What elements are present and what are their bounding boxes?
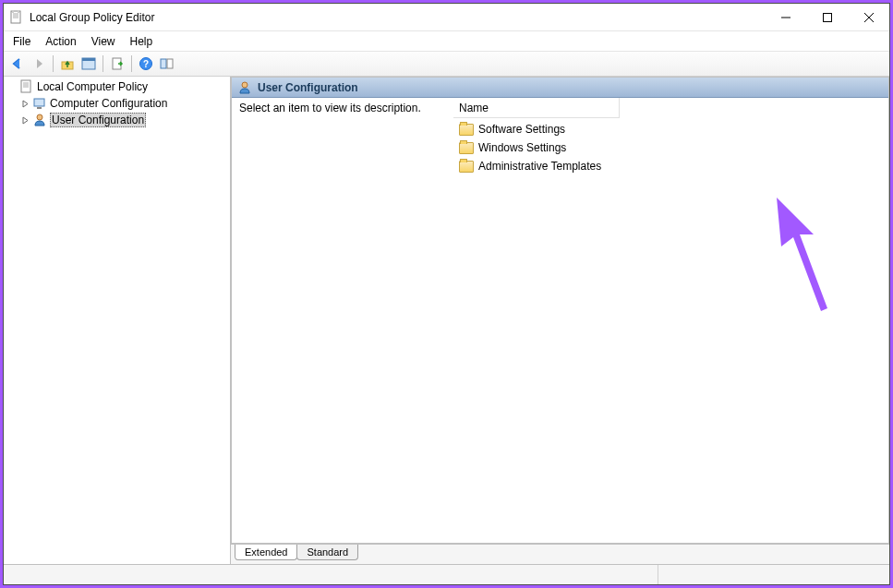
menu-file[interactable]: File <box>6 33 38 50</box>
forward-button[interactable] <box>29 54 49 74</box>
view-tabs: Extended Standard <box>231 544 889 564</box>
statusbar <box>4 564 889 584</box>
svg-rect-12 <box>82 58 95 61</box>
menu-help[interactable]: Help <box>123 33 161 50</box>
svg-rect-23 <box>37 107 42 109</box>
up-level-button[interactable] <box>57 54 78 74</box>
content-header-title: User Configuration <box>258 81 358 94</box>
tree-item-computer-config[interactable]: Computer Configuration <box>4 95 230 112</box>
menubar: File Action View Help <box>4 31 889 52</box>
expand-icon[interactable] <box>20 115 30 125</box>
content-header: User Configuration <box>232 78 888 98</box>
content-pane: User Configuration Select an item to vie… <box>231 77 889 564</box>
show-hide-button[interactable] <box>157 54 177 74</box>
status-cell <box>4 565 658 584</box>
menu-view[interactable]: View <box>84 33 123 50</box>
svg-rect-5 <box>18 10 19 13</box>
list-item-windows-settings[interactable]: Windows Settings <box>453 138 888 157</box>
tab-extended[interactable]: Extended <box>235 545 297 560</box>
window-controls <box>765 4 889 30</box>
back-button[interactable] <box>7 54 28 74</box>
tree-pane[interactable]: Local Computer Policy Computer Configura… <box>4 77 231 564</box>
description-text: Select an item to view its description. <box>232 98 453 543</box>
folder-icon <box>459 161 474 173</box>
svg-rect-7 <box>823 13 831 21</box>
column-header-name[interactable]: Name <box>453 98 620 118</box>
list-view[interactable]: Name Software Settings Windows Settings <box>453 98 888 543</box>
expand-icon[interactable] <box>20 99 30 108</box>
content-body: User Configuration Select an item to vie… <box>231 77 889 544</box>
tree-root-label: Local Computer Policy <box>37 80 148 93</box>
folder-icon <box>459 124 474 136</box>
status-cell <box>658 565 889 584</box>
maximize-button[interactable] <box>806 4 848 30</box>
list-item-administrative-templates[interactable]: Administrative Templates <box>453 157 888 175</box>
properties-button[interactable] <box>78 54 99 74</box>
tree-item-label: User Configuration <box>50 113 146 127</box>
tab-standard[interactable]: Standard <box>296 545 358 560</box>
tree-root[interactable]: Local Computer Policy <box>4 78 230 95</box>
svg-point-25 <box>242 82 247 88</box>
menu-action[interactable]: Action <box>38 33 83 50</box>
folder-icon <box>459 142 474 154</box>
tree-item-label: Computer Configuration <box>50 97 167 110</box>
tree-item-user-config[interactable]: User Configuration <box>4 112 230 128</box>
toolbar: ? <box>4 52 889 77</box>
help-button[interactable]: ? <box>136 54 156 74</box>
user-icon <box>237 80 252 95</box>
svg-point-24 <box>37 114 42 120</box>
window-title: Local Group Policy Editor <box>9 10 765 25</box>
close-button[interactable] <box>848 4 889 30</box>
user-icon <box>32 113 47 127</box>
list-item-software-settings[interactable]: Software Settings <box>453 120 888 138</box>
main-area: Local Computer Policy Computer Configura… <box>4 77 889 564</box>
minimize-button[interactable] <box>765 4 806 30</box>
computer-icon <box>32 96 47 111</box>
app-window: Local Group Policy Editor File Action Vi… <box>3 3 890 585</box>
svg-rect-17 <box>167 59 173 68</box>
export-button[interactable] <box>107 54 127 74</box>
app-icon <box>9 10 24 25</box>
svg-rect-22 <box>34 99 44 106</box>
svg-rect-16 <box>161 59 166 68</box>
policy-icon <box>19 79 34 94</box>
svg-text:?: ? <box>143 59 149 69</box>
titlebar: Local Group Policy Editor <box>4 4 889 31</box>
svg-rect-4 <box>12 10 14 13</box>
